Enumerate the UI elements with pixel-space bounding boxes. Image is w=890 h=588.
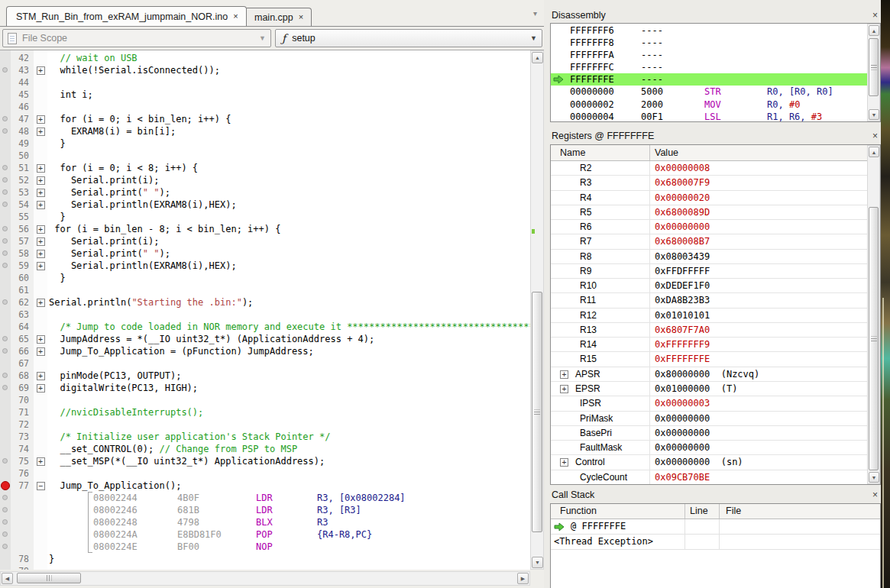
code-line[interactable]: 50 [0, 150, 530, 162]
code-line[interactable]: 43+ while(!Serial.isConnected()); [0, 64, 530, 76]
breakpoint-margin-cell[interactable] [0, 125, 11, 137]
code-line[interactable]: 58+ Serial.print(" "); [0, 247, 530, 260]
scroll-right-button[interactable]: ▶ [517, 573, 529, 584]
inline-disassembly-line[interactable]: 0800224AE8BD81F0POP{R4-R8,PC} [0, 528, 530, 541]
column-header-file[interactable]: File [720, 504, 741, 519]
scroll-thumb[interactable] [869, 38, 879, 96]
breakpoint-margin-cell[interactable] [0, 333, 11, 345]
scroll-thumb[interactable] [869, 207, 879, 470]
register-row[interactable]: R150xFFFFFFFE [551, 352, 867, 367]
breakpoint-margin-cell[interactable] [0, 309, 11, 321]
code-line[interactable]: 71 //nvicDisableInterrupts(); [0, 406, 530, 418]
code-line[interactable]: 76 [0, 467, 530, 480]
code-line[interactable]: 63 [0, 309, 530, 321]
scroll-up-button[interactable]: ▲ [869, 147, 879, 157]
register-row[interactable]: R110xDA8B23B3 [551, 293, 867, 308]
code-line[interactable]: 52+ Serial.print(i); [0, 174, 530, 186]
scroll-down-button[interactable]: ▼ [869, 472, 879, 483]
disassembly-row[interactable]: FFFFFFFC---- [551, 61, 867, 73]
register-row[interactable]: R130x6807F7A0 [551, 323, 867, 338]
file-scope-combo[interactable]: File Scope ▼ [2, 29, 271, 47]
column-header-function[interactable]: Function [551, 504, 685, 519]
code-line[interactable]: 73 /* Initialize user application's Stac… [0, 431, 530, 443]
code-line[interactable]: 51+ for (i = 0; i < 8; i++) { [0, 162, 530, 174]
breakpoint-margin-cell[interactable] [0, 541, 11, 553]
tab-ino[interactable]: STM_Run_Bin_from_exRAM_jumpmain_NOR.ino … [6, 6, 247, 26]
code-line[interactable]: 75+ __set_MSP(*(__IO uint32_t*) Applicat… [0, 455, 530, 467]
code-line[interactable]: 68+ pinMode(PC13, OUTPUT); [0, 370, 530, 382]
register-row[interactable]: R120x01010101 [551, 309, 867, 323]
breakpoint-margin-cell[interactable] [0, 296, 11, 309]
breakpoint-margin-cell[interactable] [0, 272, 11, 284]
register-row[interactable]: FaultMask0x00000000 [551, 441, 867, 455]
register-row[interactable]: PriMask0x00000000 [551, 412, 867, 426]
chevron-down-icon[interactable]: ▼ [259, 34, 266, 42]
breakpoint-margin-cell[interactable] [0, 247, 11, 260]
fold-toggle-icon[interactable]: + [37, 335, 45, 344]
fold-toggle-icon[interactable]: + [37, 457, 45, 466]
breakpoint-margin-cell[interactable] [0, 113, 11, 125]
fold-toggle-icon[interactable]: + [37, 66, 45, 75]
register-row[interactable]: R140xFFFFFFF9 [551, 338, 867, 352]
code-line[interactable]: 61 [0, 284, 530, 296]
breakpoint-margin-cell[interactable] [0, 382, 11, 394]
code-line[interactable]: 78} [0, 553, 530, 565]
register-row[interactable]: +Control0x00000000 (sn) [551, 455, 867, 470]
fold-toggle-icon[interactable]: − [37, 482, 45, 490]
inline-disassembly-line[interactable]: 080022444B0FLDRR3, [0x08002284] [0, 492, 530, 504]
tab-maincpp[interactable]: main.cpp × [244, 8, 312, 26]
breakpoint-margin-cell[interactable] [0, 418, 11, 431]
chevron-down-icon[interactable]: ▼ [530, 34, 537, 42]
breakpoint-margin-cell[interactable] [0, 443, 11, 455]
code-line[interactable]: 49 } [0, 137, 530, 150]
register-row[interactable]: R20x00000008 [551, 161, 867, 176]
register-row[interactable]: +EPSR0x01000000 (T) [551, 382, 867, 396]
editor-horizontal-scrollbar[interactable]: ◀ ▶ [0, 571, 530, 586]
code-line[interactable]: 60 } [0, 272, 530, 284]
expand-toggle-icon[interactable]: + [560, 385, 568, 393]
tab-close-icon[interactable]: × [299, 13, 303, 21]
breakpoint-margin-cell[interactable] [0, 199, 11, 211]
code-line[interactable]: 44 [0, 76, 530, 89]
breakpoint-margin-cell[interactable] [0, 406, 11, 418]
breakpoint-margin-cell[interactable] [0, 137, 11, 150]
disassembly-row[interactable]: FFFFFFF6---- [551, 24, 867, 37]
disassembly-row[interactable]: FFFFFFFA---- [551, 49, 867, 61]
code-line[interactable]: 65+ JumpAddress = *(__IO uint32_t*) (App… [0, 333, 530, 345]
fold-toggle-icon[interactable]: + [37, 262, 45, 270]
scroll-down-button[interactable]: ▼ [869, 109, 879, 120]
expand-toggle-icon[interactable]: + [560, 370, 568, 379]
fold-toggle-icon[interactable]: + [37, 201, 45, 209]
breakpoint-margin-cell[interactable] [0, 162, 11, 174]
register-row[interactable]: R40x00000020 [551, 191, 867, 205]
breakpoint-margin-cell[interactable] [0, 223, 11, 235]
code-line[interactable]: 46 [0, 101, 530, 113]
fold-toggle-icon[interactable]: + [37, 299, 45, 307]
breakpoint-margin-cell[interactable] [0, 186, 11, 199]
code-line[interactable]: 67 [0, 357, 530, 370]
scroll-up-button[interactable]: ▲ [532, 52, 543, 63]
breakpoint-margin-cell[interactable] [0, 345, 11, 357]
disassembly-row[interactable]: 000000022000MOVR0, #0 [551, 99, 867, 111]
column-header-name[interactable]: Name [551, 145, 650, 160]
code-line[interactable]: 48+ EXRAM8(i) = bin[i]; [0, 125, 530, 137]
register-row[interactable]: +APSR0x80000000 (Nzcvq) [551, 367, 867, 382]
code-line[interactable]: 55 } [0, 211, 530, 223]
editor-vertical-scrollbar[interactable]: ▲ ▼ [530, 50, 544, 570]
inline-disassembly-line[interactable]: 080022484798BLXR3 [0, 516, 530, 528]
code-line[interactable]: 45 int i; [0, 89, 530, 101]
register-row[interactable]: R50x6800089D [551, 205, 867, 220]
register-row[interactable]: CycleCount0x09CB70BE [551, 470, 867, 485]
code-editor[interactable]: 42 // wait on USB43+ while(!Serial.isCon… [0, 50, 544, 570]
code-line[interactable]: 57+ Serial.print(i); [0, 235, 530, 247]
breakpoint-margin-cell[interactable] [0, 370, 11, 382]
scroll-thumb[interactable] [532, 292, 542, 532]
fold-toggle-icon[interactable]: + [37, 384, 45, 393]
breakpoint-margin-cell[interactable] [0, 284, 11, 296]
register-row[interactable]: R60x00000000 [551, 220, 867, 234]
code-line[interactable]: 47+ for (i = 0; i < bin_len; i++) { [0, 113, 530, 125]
fold-toggle-icon[interactable]: + [37, 372, 45, 380]
tab-close-icon[interactable]: × [233, 12, 238, 21]
breakpoint-icon[interactable] [1, 481, 10, 490]
breakpoint-margin-cell[interactable] [0, 455, 11, 467]
